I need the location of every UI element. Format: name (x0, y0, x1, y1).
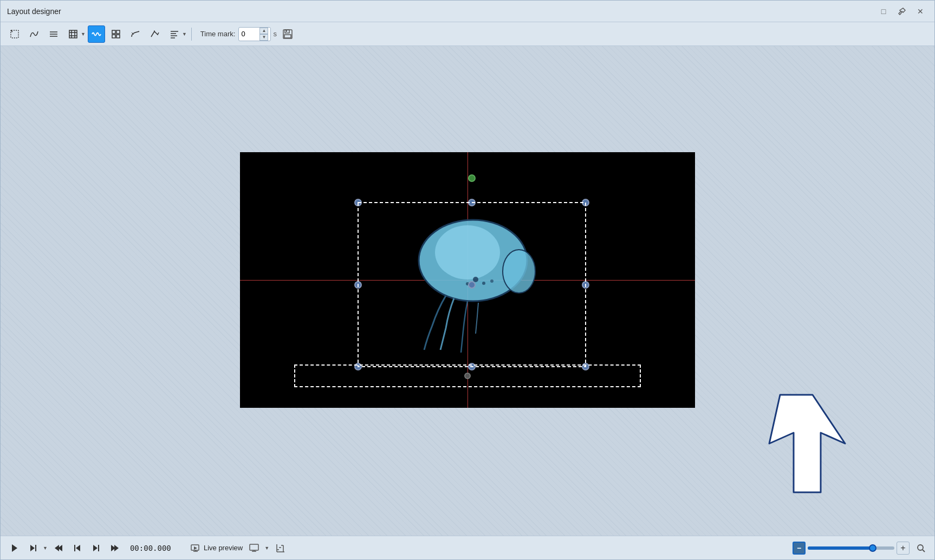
skip-back-button[interactable] (52, 541, 66, 555)
spin-up-button[interactable]: ▲ (259, 28, 268, 34)
skip-forward-icon (110, 544, 119, 552)
step-back-button[interactable] (70, 541, 85, 555)
select-icon (10, 29, 20, 39)
main-window: Layout designer □ ✕ (0, 0, 935, 560)
display-icon (249, 544, 259, 552)
zoom-slider[interactable] (808, 546, 894, 550)
path2-icon (150, 29, 160, 39)
align-tool-button[interactable] (166, 25, 183, 43)
timecode-display: 00:00.000 (130, 544, 179, 552)
play-icon (10, 544, 19, 552)
maximize-button[interactable]: □ (876, 4, 891, 19)
time-mark-value: 0 (241, 30, 245, 38)
wave-tool-button[interactable] (88, 25, 105, 43)
align-tool-group: ▼ (166, 25, 187, 43)
live-preview-icon (191, 543, 200, 553)
zoom-slider-thumb[interactable] (869, 544, 876, 552)
svg-rect-10 (112, 30, 115, 34)
search-icon (916, 543, 926, 553)
search-button[interactable] (914, 541, 928, 555)
toolbar: ▼ (1, 22, 934, 46)
grid-tool-button[interactable] (64, 25, 82, 43)
svg-rect-9 (69, 30, 77, 38)
step-back-icon (73, 544, 82, 552)
time-mark-label: Time mark: (200, 30, 236, 38)
wave-icon (92, 29, 101, 39)
svg-rect-50 (250, 544, 258, 550)
svg-marker-49 (194, 546, 197, 550)
zoom-slider-fill (808, 546, 873, 550)
pin-icon (898, 8, 906, 15)
align-dropdown-arrow[interactable]: ▼ (182, 31, 187, 37)
play-options-button[interactable] (27, 541, 41, 555)
svg-point-25 (435, 225, 500, 279)
close-button[interactable]: ✕ (913, 4, 928, 19)
grid-tool-group: ▼ (64, 25, 86, 43)
svg-marker-45 (114, 545, 119, 551)
grid-icon (68, 29, 78, 39)
select-tool-button[interactable] (6, 25, 23, 43)
metrics-button[interactable] (274, 541, 288, 555)
grid-dropdown-arrow[interactable]: ▼ (81, 31, 86, 37)
step-forward-button[interactable] (89, 541, 103, 555)
spin-down-button[interactable]: ▼ (259, 34, 268, 41)
grid2-tool-button[interactable] (107, 25, 125, 43)
svg-marker-40 (76, 545, 80, 551)
title-controls: □ ✕ (876, 4, 928, 19)
svg-rect-12 (112, 35, 115, 38)
step-forward-icon (92, 544, 100, 552)
text-box-handle[interactable] (464, 373, 471, 379)
display-button[interactable] (247, 541, 261, 555)
path2-tool-button[interactable] (146, 25, 164, 43)
live-preview-group: Live preview (191, 543, 243, 553)
curve-tool-button[interactable] (25, 25, 43, 43)
svg-point-30 (482, 282, 485, 285)
display-dropdown-arrow[interactable]: ▼ (264, 545, 269, 551)
zoom-plus-button[interactable]: + (897, 542, 910, 555)
play-dropdown-arrow[interactable]: ▼ (43, 545, 48, 551)
curve-icon (29, 29, 39, 39)
svg-marker-34 (769, 395, 845, 492)
handle-top-left[interactable] (354, 199, 362, 206)
title-bar-left: Layout designer (7, 7, 61, 16)
play-options-icon (29, 544, 38, 552)
handle-top-center[interactable] (468, 199, 476, 206)
svg-rect-22 (284, 35, 291, 38)
time-mark-field[interactable]: 0 ▲ ▼ (238, 27, 271, 41)
svg-marker-39 (55, 545, 59, 551)
handle-top-right[interactable] (582, 199, 589, 206)
svg-marker-35 (12, 544, 17, 552)
skip-back-icon (55, 544, 63, 552)
title-bar: Layout designer □ ✕ (1, 1, 934, 22)
toolbar-separator-1 (191, 28, 192, 41)
bottom-text-box[interactable] (294, 364, 641, 387)
align-icon (170, 29, 179, 39)
layout-icon (49, 29, 59, 39)
layout-tool-button[interactable] (45, 25, 62, 43)
canvas-area[interactable] (1, 46, 934, 536)
save-button[interactable] (280, 27, 295, 42)
svg-point-32 (490, 279, 494, 283)
svg-line-60 (923, 550, 925, 552)
zoom-minus-button[interactable]: − (793, 542, 806, 555)
rotation-handle[interactable] (468, 174, 476, 182)
handle-mid-right[interactable] (582, 281, 589, 289)
svg-rect-23 (286, 30, 287, 32)
zoom-controls: − + (793, 542, 910, 555)
time-mark-group: Time mark: 0 ▲ ▼ s (200, 27, 295, 42)
time-mark-spinner: ▲ ▼ (259, 28, 268, 41)
svg-point-59 (918, 545, 923, 550)
status-bar: ▼ 00:00.000 (1, 536, 934, 559)
handle-mid-left[interactable] (354, 281, 362, 289)
svg-rect-13 (116, 35, 120, 38)
skip-forward-button[interactable] (107, 541, 121, 555)
play-button[interactable] (7, 541, 22, 556)
path1-icon (131, 29, 140, 39)
handle-mid-center[interactable] (468, 281, 476, 289)
time-mark-unit: s (273, 30, 277, 38)
window-title: Layout designer (7, 7, 61, 16)
design-canvas[interactable] (240, 152, 695, 408)
pin-button[interactable] (894, 4, 910, 19)
path1-tool-button[interactable] (127, 25, 144, 43)
save-icon (282, 29, 293, 40)
